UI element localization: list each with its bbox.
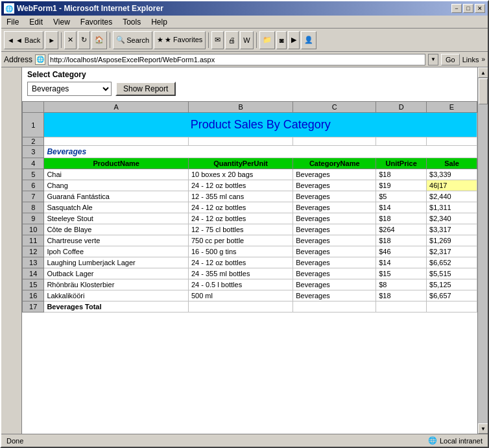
mail-button[interactable]: ✉ xyxy=(211,31,224,49)
address-label: Address xyxy=(4,55,32,64)
address-input[interactable] xyxy=(48,54,425,65)
toolbar-separator-2 xyxy=(110,32,110,48)
col-header-d: D xyxy=(376,102,427,113)
messenger-button[interactable]: 👤 xyxy=(301,31,316,49)
total-empty-e xyxy=(427,301,477,312)
cell-7-name: Guaraná Fantástica xyxy=(44,191,189,202)
intranet-icon: 🌐 xyxy=(428,436,437,445)
empty-2-b xyxy=(188,137,292,146)
spreadsheet-table: A B C D E 1 Product Sales By Category 2 xyxy=(22,101,477,312)
row-num-8: 8 xyxy=(23,202,44,213)
stop-icon: ✕ xyxy=(67,36,73,44)
stop-button[interactable]: ✕ xyxy=(64,31,77,49)
cell-7-qty: 12 - 355 ml cans xyxy=(188,191,292,202)
col-header-c: C xyxy=(293,102,376,113)
table-row: 16 Lakkalikööri 500 ml Beverages $18 $6,… xyxy=(23,290,477,301)
category-select[interactable]: Beverages Condiments Confections Dairy P… xyxy=(27,82,112,96)
star-icon: ★ xyxy=(157,36,163,44)
scroll-down-button[interactable]: ▼ xyxy=(478,423,488,434)
search-button[interactable]: 🔍 Search xyxy=(113,31,152,49)
table-row: 10 Côte de Blaye 12 - 75 cl bottles Beve… xyxy=(23,224,477,235)
menu-edit[interactable]: Edit xyxy=(27,16,45,28)
empty-row-2: 2 xyxy=(23,137,477,146)
cell-10-qty: 12 - 75 cl bottles xyxy=(188,224,292,235)
cell-5-sale: $3,339 xyxy=(427,169,477,180)
row-num-3: 3 xyxy=(23,146,44,158)
menu-favorites[interactable]: Favorites xyxy=(78,16,115,28)
cell-5-name: Chai xyxy=(44,169,189,180)
table-row: 9 Steeleye Stout 24 - 12 oz bottles Beve… xyxy=(23,213,477,224)
history-button[interactable]: ◙ xyxy=(276,31,287,49)
mail-icon: ✉ xyxy=(215,36,221,44)
refresh-icon: ↻ xyxy=(81,36,87,44)
col-header-b: B xyxy=(188,102,292,113)
row-num-15: 15 xyxy=(23,279,44,290)
cell-15-sale: $5,125 xyxy=(427,279,477,290)
cell-5-price: $18 xyxy=(376,169,427,180)
folder-button[interactable]: 📁 xyxy=(259,31,275,49)
cell-7-cat: Beverages xyxy=(293,191,376,202)
print-button[interactable]: 🖨 xyxy=(225,31,239,49)
row-num-11: 11 xyxy=(23,235,44,246)
menu-help[interactable]: Help xyxy=(149,16,170,28)
row-num-7: 7 xyxy=(23,191,44,202)
maximize-button[interactable]: □ xyxy=(463,4,473,13)
table-row: 8 Sasquatch Ale 24 - 12 oz bottles Bever… xyxy=(23,202,477,213)
total-empty-b xyxy=(188,301,292,312)
links-expand-icon[interactable]: » xyxy=(481,56,485,63)
window: 🌐 WebForm1 - Microsoft Internet Explorer… xyxy=(0,0,489,448)
category-label: Select Category xyxy=(27,70,472,79)
media-button[interactable]: ▶ xyxy=(288,31,300,49)
address-dropdown-icon[interactable]: ▼ xyxy=(428,54,438,65)
cell-8-cat: Beverages xyxy=(293,202,376,213)
cell-13-price: $14 xyxy=(376,257,427,268)
scroll-up-button[interactable]: ▲ xyxy=(478,67,488,78)
menu-view[interactable]: View xyxy=(51,16,73,28)
cell-9-cat: Beverages xyxy=(293,213,376,224)
scroll-track[interactable] xyxy=(478,78,488,423)
word-button[interactable]: W xyxy=(240,31,253,49)
status-right: 🌐 Local intranet xyxy=(428,436,483,445)
header-product-name: ProductName xyxy=(44,158,189,169)
vertical-scrollbar[interactable]: ▲ ▼ xyxy=(477,67,488,434)
cell-8-sale: $1,311 xyxy=(427,202,477,213)
cell-11-cat: Beverages xyxy=(293,235,376,246)
table-row: 15 Rhönbräu Klosterbier 24 - 0.5 l bottl… xyxy=(23,279,477,290)
refresh-button[interactable]: ↻ xyxy=(78,31,90,49)
header-sale: Sale xyxy=(427,158,477,169)
minimize-button[interactable]: − xyxy=(451,4,462,13)
cell-12-qty: 16 - 500 g tins xyxy=(188,246,292,257)
total-empty-c xyxy=(293,301,376,312)
show-report-button[interactable]: Show Report xyxy=(115,82,176,96)
folder-icon: 📁 xyxy=(263,36,272,44)
cell-9-sale: $2,340 xyxy=(427,213,477,224)
favorites-button[interactable]: ★ ★ Favorites xyxy=(154,31,206,49)
cell-15-name: Rhönbräu Klosterbier xyxy=(44,279,189,290)
empty-2-d xyxy=(376,137,427,146)
cell-9-name: Steeleye Stout xyxy=(44,213,189,224)
ie-icon: 🌐 xyxy=(4,3,14,14)
menu-tools[interactable]: Tools xyxy=(120,16,143,28)
cell-13-cat: Beverages xyxy=(293,257,376,268)
scroll-thumb[interactable] xyxy=(479,78,488,104)
search-icon: 🔍 xyxy=(116,36,125,44)
links-label[interactable]: Links xyxy=(462,56,479,64)
menu-file[interactable]: File xyxy=(4,16,21,28)
toolbar-separator-3 xyxy=(208,32,209,48)
home-button[interactable]: 🏠 xyxy=(91,31,107,49)
row-num-4: 4 xyxy=(23,158,44,169)
go-button[interactable]: Go xyxy=(441,54,460,65)
title-bar-buttons: − □ ✕ xyxy=(451,4,485,13)
header-qty-per-unit: QuantityPerUnit xyxy=(188,158,292,169)
status-text: Done xyxy=(6,437,23,445)
back-button[interactable]: ◄ ◄ Back xyxy=(4,31,43,49)
back-label: ◄ Back xyxy=(16,36,40,44)
word-icon: W xyxy=(243,36,250,44)
cell-15-price: $8 xyxy=(376,279,427,290)
cell-12-name: Ipoh Coffee xyxy=(44,246,189,257)
toolbar-separator-1 xyxy=(61,32,62,48)
close-button[interactable]: ✕ xyxy=(475,4,485,13)
forward-button[interactable]: ► xyxy=(45,31,58,49)
header-category: CategoryName xyxy=(293,158,376,169)
cell-6-price: $19 xyxy=(376,180,427,191)
